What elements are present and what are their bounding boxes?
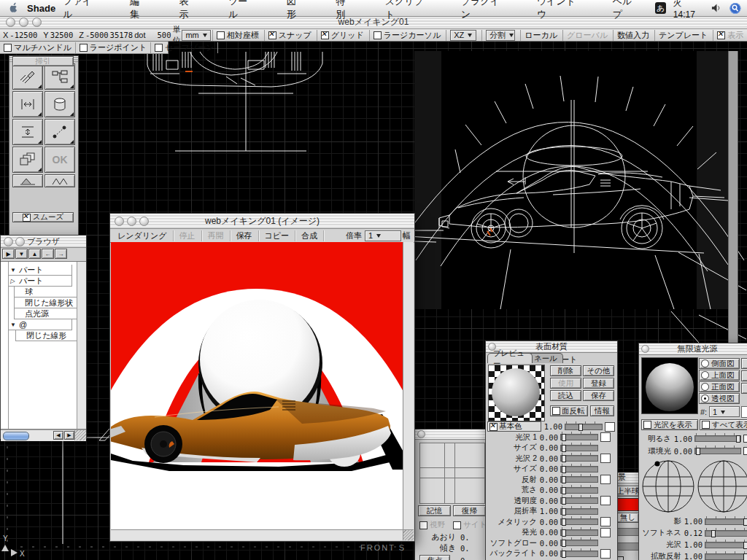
browser-nav-button[interactable]: ▼: [15, 249, 28, 259]
display-toggle[interactable]: 表示: [713, 30, 747, 41]
menu-item[interactable]: 表示: [179, 0, 196, 21]
camera-restore-button[interactable]: 復帰: [453, 505, 486, 516]
tree-item[interactable]: ▼ パート: [8, 265, 72, 276]
site-toggle[interactable]: サイト: [453, 520, 487, 530]
camera-memory-button[interactable]: 記憶: [418, 505, 451, 516]
browser-nav-button[interactable]: ▲: [28, 249, 41, 259]
tool-smooth-more-button[interactable]: [44, 174, 75, 187]
light-slider-track[interactable]: [705, 518, 747, 525]
material-color-swatch[interactable]: [600, 549, 611, 559]
material-slider-track[interactable]: [560, 508, 598, 515]
background-slider[interactable]: [616, 528, 639, 536]
light-slider-track[interactable]: [705, 542, 747, 548]
image-toolbar-button[interactable]: レンダリング: [112, 230, 174, 241]
menu-item[interactable]: ファイル: [63, 0, 98, 21]
tool-modify-button[interactable]: [12, 63, 43, 90]
toolbar-button[interactable]: ローカル: [520, 30, 561, 41]
view-radio[interactable]: 側面図: [699, 358, 740, 369]
image-toolbar-button[interactable]: 再開: [202, 230, 231, 241]
toolbar-toggle[interactable]: グリッド: [317, 30, 368, 41]
disclosure-triangle-icon[interactable]: ▼: [10, 322, 18, 328]
menu-item[interactable]: 特別: [336, 0, 352, 21]
volume-icon[interactable]: [711, 3, 722, 13]
material-color-swatch[interactable]: [600, 528, 611, 537]
split-select[interactable]: 分割: [481, 30, 519, 41]
material-button[interactable]: その他: [583, 365, 614, 376]
material-slider-track[interactable]: [560, 540, 598, 546]
material-button[interactable]: 読込: [550, 390, 581, 401]
light-direction-globes[interactable]: [640, 459, 747, 514]
camera-focus-button[interactable]: 焦点: [419, 555, 450, 560]
light-slider-track[interactable]: [694, 448, 741, 454]
menu-item[interactable]: 編集: [130, 0, 147, 21]
browser-nav-button[interactable]: →: [55, 249, 67, 259]
material-button[interactable]: 保存: [583, 390, 614, 401]
light-slider-track[interactable]: [694, 435, 741, 442]
material-color-swatch[interactable]: [600, 517, 611, 526]
tool-link-button[interactable]: [44, 119, 75, 145]
light-direction-handle[interactable]: [655, 462, 660, 467]
unit-select[interactable]: mm: [182, 30, 210, 41]
material-color-swatch[interactable]: [600, 454, 611, 463]
light-button[interactable]: 保存: [741, 383, 747, 394]
toolbar-toggle[interactable]: ラージカーソル: [369, 30, 444, 41]
background-titlebar[interactable]: 景: [616, 472, 639, 483]
slider-thumb[interactable]: [562, 518, 566, 526]
material-slider-track[interactable]: [560, 476, 598, 483]
material-color-swatch[interactable]: [605, 422, 615, 432]
material-button[interactable]: 登録: [583, 378, 614, 389]
slider-thumb[interactable]: [562, 434, 566, 441]
tab-preview[interactable]: プレビュー: [487, 353, 533, 363]
menu-item[interactable]: 図形: [287, 0, 303, 21]
light-slider-track[interactable]: [705, 530, 747, 537]
menu-item[interactable]: ツール: [228, 0, 255, 21]
camera-pan-grid[interactable]: [419, 443, 485, 504]
light-button[interactable]: 読込: [741, 370, 747, 381]
slider-thumb[interactable]: [562, 529, 566, 537]
scroll-left-icon[interactable]: ◀: [53, 431, 63, 440]
light-number-select[interactable]: 1: [709, 406, 740, 417]
tree-item[interactable]: 球: [14, 287, 78, 298]
slider-thumb[interactable]: [562, 455, 566, 462]
slider-thumb[interactable]: [743, 518, 747, 526]
palette-text-button[interactable]: 掃引: [12, 56, 74, 66]
background-none-button[interactable]: 無し: [616, 513, 639, 523]
material-slider-track[interactable]: [560, 455, 598, 462]
light-name-field[interactable]: [741, 406, 747, 418]
scroll-right-icon[interactable]: ▶: [64, 431, 74, 440]
image-toolbar-button[interactable]: 保存: [231, 230, 259, 241]
toolbar-button[interactable]: テンプレート: [654, 30, 711, 41]
tool-smooth-less-button[interactable]: [12, 174, 43, 187]
smooth-toggle[interactable]: スムーズ: [12, 212, 74, 222]
disclosure-triangle-icon[interactable]: ▼: [10, 267, 18, 273]
tool-ok-button[interactable]: OK: [44, 147, 75, 173]
toolbar-toggle[interactable]: スナップ: [264, 30, 315, 41]
resize-grip[interactable]: [74, 430, 86, 440]
apple-menu-icon[interactable]: [6, 1, 18, 15]
material-info-button[interactable]: 情報: [590, 405, 614, 416]
slider-thumb[interactable]: [562, 540, 566, 547]
image-resize-grip[interactable]: [403, 529, 414, 540]
menu-item[interactable]: ヘルプ: [613, 0, 639, 21]
slider-thumb[interactable]: [562, 497, 566, 505]
toolbar-toggle[interactable]: 相対座標: [212, 30, 263, 41]
tree-item[interactable]: 点光源: [14, 308, 78, 319]
material-slider-track[interactable]: [560, 518, 598, 525]
slider-thumb[interactable]: [711, 530, 716, 537]
slider-thumb[interactable]: [562, 551, 566, 558]
close-button[interactable]: [417, 430, 425, 438]
material-slider-track[interactable]: [560, 497, 598, 504]
disclosure-triangle-icon[interactable]: ▷: [10, 278, 18, 284]
clipped-checkbox[interactable]: [743, 435, 747, 443]
menu-item[interactable]: プラグイン: [461, 0, 505, 21]
tree-item[interactable]: 閉じた線形状: [14, 298, 78, 308]
option-toggle[interactable]: マルチハンドル: [0, 42, 76, 53]
slider-thumb[interactable]: [696, 448, 700, 455]
flip-toggle[interactable]: 面反転: [550, 405, 588, 416]
show-all-toggle[interactable]: すべて表示: [700, 419, 747, 430]
show-gloss-toggle[interactable]: 光沢を表示: [641, 419, 698, 430]
slider-thumb[interactable]: [562, 476, 566, 483]
slider-thumb[interactable]: [562, 487, 566, 494]
scale-select[interactable]: 1: [365, 230, 401, 241]
input-method-badge[interactable]: あ: [655, 2, 666, 14]
